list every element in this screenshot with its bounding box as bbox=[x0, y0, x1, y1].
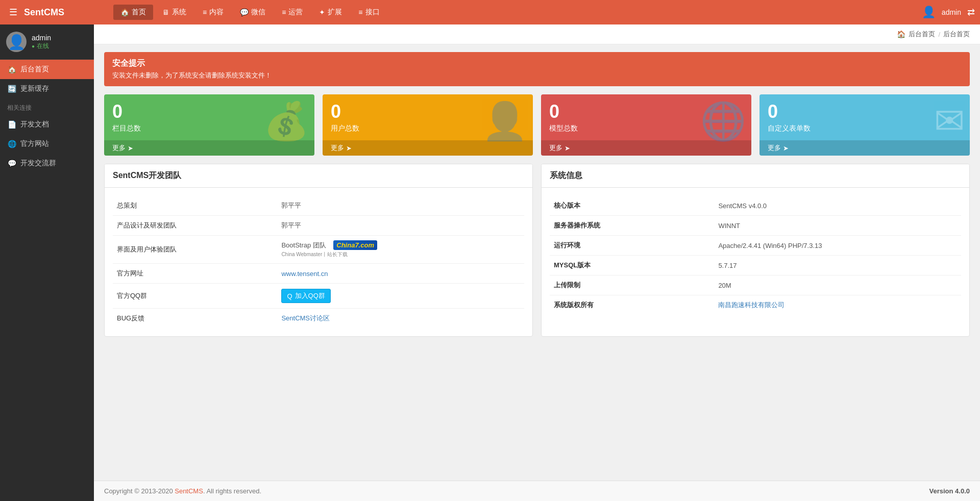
stats-grid: 0 栏目总数 💰 更多 ➤ 0 用户总数 👤 bbox=[104, 94, 970, 156]
row-value: WINNT bbox=[714, 216, 961, 236]
table-row: 系统版权所有 南昌跑速科技有限公司 bbox=[550, 295, 961, 315]
breadcrumb-home-icon: 🏠 bbox=[897, 30, 905, 38]
sidebar-status: 在线 bbox=[32, 42, 51, 51]
qq-icon: Q bbox=[287, 292, 292, 300]
row-value: 5.7.17 bbox=[714, 256, 961, 275]
row-label: 界面及用户体验团队 bbox=[113, 236, 277, 264]
row-label: MYSQL版本 bbox=[550, 256, 714, 275]
avatar: 👤 bbox=[6, 32, 27, 52]
nav-ops[interactable]: ≡ 运营 bbox=[275, 5, 310, 20]
stat-forms-label: 自定义表单数 bbox=[768, 124, 962, 133]
main-content: 安全提示 安装文件未删除，为了系统安全请删除系统安装文件！ 0 栏目总数 💰 更… bbox=[94, 44, 980, 481]
switch-icon[interactable]: ⇄ bbox=[967, 7, 975, 18]
dev-team-panel-body: 总策划 郭平平 产品设计及研发团队 郭平平 界面及用户体验团队 bbox=[105, 188, 532, 336]
system-icon: 🖥 bbox=[162, 8, 169, 16]
nav-home[interactable]: 🏠 首页 bbox=[113, 5, 153, 20]
stat-users: 0 用户总数 👤 更多 ➤ bbox=[323, 94, 533, 156]
sidebar-username: admin bbox=[32, 34, 51, 42]
dev-team-panel-header: SentCMS开发团队 bbox=[105, 164, 532, 188]
bottom-panels: SentCMS开发团队 总策划 郭平平 产品设计及研发团队 郭平平 bbox=[104, 164, 970, 337]
table-row: 官方网址 www.tensent.cn bbox=[113, 264, 524, 284]
sidebar-user-info: admin 在线 bbox=[32, 34, 51, 51]
official-website-link[interactable]: www.tensent.cn bbox=[281, 270, 328, 278]
row-value: BootStrap 团队 China7.com China Webmaster丨… bbox=[277, 236, 524, 264]
sidebar-item-devdoc[interactable]: 📄 开发文档 bbox=[0, 115, 94, 134]
stat-users-bg-icon: 👤 bbox=[482, 99, 528, 143]
row-value: 南昌跑速科技有限公司 bbox=[714, 295, 961, 315]
table-row: 总策划 郭平平 bbox=[113, 196, 524, 216]
footer-copyright: Copyright © 2013-2020 SentCMS. All right… bbox=[104, 487, 261, 495]
system-info-panel-body: 核心版本 SentCMS v4.0.0 服务器操作系统 WINNT 运行环境 A… bbox=[542, 188, 969, 323]
join-qq-button[interactable]: Q 加入QQ群 bbox=[281, 289, 330, 303]
hamburger-icon[interactable]: ☰ bbox=[5, 7, 21, 18]
breadcrumb-link-home[interactable]: 后台首页 bbox=[909, 30, 935, 39]
nav-system[interactable]: 🖥 系统 bbox=[155, 5, 193, 20]
app-logo: SentCMS bbox=[21, 7, 113, 18]
ops-icon: ≡ bbox=[282, 8, 286, 16]
breadcrumb-separator: / bbox=[938, 31, 940, 38]
row-label: 服务器操作系统 bbox=[550, 216, 714, 236]
refresh-icon: 🔄 bbox=[7, 85, 16, 93]
admin-username[interactable]: admin bbox=[942, 8, 961, 16]
top-nav: ☰ SentCMS 🏠 首页 🖥 系统 ≡ 内容 💬 微信 ≡ 运营 ✦ 扩展 … bbox=[0, 0, 980, 24]
sidebar: 👤 admin 在线 🏠 后台首页 🔄 更新缓存 相关连接 📄 开发文档 🌐 官… bbox=[0, 24, 94, 501]
top-right-area: 👤 admin ⇄ bbox=[922, 6, 975, 19]
sidebar-item-devgroup[interactable]: 💬 开发交流群 bbox=[0, 154, 94, 173]
row-value: www.tensent.cn bbox=[277, 264, 524, 284]
row-label: BUG反馈 bbox=[113, 309, 277, 329]
stat-forms-more[interactable]: 更多 ➤ bbox=[760, 140, 970, 156]
dev-team-panel: SentCMS开发团队 总策划 郭平平 产品设计及研发团队 郭平平 bbox=[104, 164, 533, 337]
devgroup-icon: 💬 bbox=[7, 159, 16, 167]
nav-interface[interactable]: ≡ 接口 bbox=[351, 5, 386, 20]
more-arrow-icon: ➤ bbox=[565, 144, 570, 152]
table-row: 核心版本 SentCMS v4.0.0 bbox=[550, 196, 961, 216]
row-value: Apache/2.4.41 (Win64) PHP/7.3.13 bbox=[714, 236, 961, 256]
table-row: 上传限制 20M bbox=[550, 275, 961, 295]
table-row: BUG反馈 SentCMS讨论区 bbox=[113, 309, 524, 329]
more-arrow-icon: ➤ bbox=[128, 144, 133, 152]
row-label: 产品设计及研发团队 bbox=[113, 216, 277, 236]
sidebar-section-title: 相关连接 bbox=[0, 98, 94, 115]
row-value: Q 加入QQ群 bbox=[277, 284, 524, 309]
content-icon: ≡ bbox=[203, 8, 207, 16]
system-info-panel-header: 系统信息 bbox=[542, 164, 969, 188]
footer-brand-link[interactable]: SentCMS bbox=[175, 487, 203, 495]
official-icon: 🌐 bbox=[7, 140, 16, 148]
row-value: SentCMS v4.0.0 bbox=[714, 196, 961, 216]
system-info-table: 核心版本 SentCMS v4.0.0 服务器操作系统 WINNT 运行环境 A… bbox=[550, 196, 961, 315]
row-value: 郭平平 bbox=[277, 196, 524, 216]
stat-forms-number: 0 bbox=[768, 103, 962, 121]
footer: Copyright © 2013-2020 SentCMS. All right… bbox=[94, 481, 980, 501]
table-row: 运行环境 Apache/2.4.41 (Win64) PHP/7.3.13 bbox=[550, 236, 961, 256]
nav-wechat[interactable]: 💬 微信 bbox=[233, 5, 273, 20]
table-row: MYSQL版本 5.7.17 bbox=[550, 256, 961, 275]
content-area: 🏠 后台首页 / 后台首页 安全提示 安装文件未删除，为了系统安全请删除系统安装… bbox=[94, 24, 980, 501]
row-value: 郭平平 bbox=[277, 216, 524, 236]
row-label: 核心版本 bbox=[550, 196, 714, 216]
wechat-icon: 💬 bbox=[240, 8, 249, 16]
row-label: 上传限制 bbox=[550, 275, 714, 295]
security-alert: 安全提示 安装文件未删除，为了系统安全请删除系统安装文件！ bbox=[104, 52, 970, 86]
sidebar-item-refresh[interactable]: 🔄 更新缓存 bbox=[0, 79, 94, 98]
nav-extend[interactable]: ✦ 扩展 bbox=[312, 5, 349, 20]
sidebar-item-home[interactable]: 🏠 后台首页 bbox=[0, 60, 94, 79]
sidebar-item-official[interactable]: 🌐 官方网站 bbox=[0, 134, 94, 154]
bug-feedback-link[interactable]: SentCMS讨论区 bbox=[281, 314, 330, 322]
interface-icon: ≡ bbox=[358, 8, 362, 16]
stat-columns: 0 栏目总数 💰 更多 ➤ bbox=[104, 94, 314, 156]
top-nav-items: 🏠 首页 🖥 系统 ≡ 内容 💬 微信 ≡ 运营 ✦ 扩展 ≡ 接口 bbox=[113, 5, 922, 20]
copyright-link[interactable]: 南昌跑速科技有限公司 bbox=[718, 301, 785, 309]
alert-title: 安全提示 bbox=[112, 58, 962, 69]
breadcrumb: 🏠 后台首页 / 后台首页 bbox=[94, 24, 980, 44]
admin-avatar-icon: 👤 bbox=[922, 6, 936, 19]
main-layout: 👤 admin 在线 🏠 后台首页 🔄 更新缓存 相关连接 📄 开发文档 🌐 官… bbox=[0, 24, 980, 501]
stat-forms: 0 自定义表单数 ✉ 更多 ➤ bbox=[760, 94, 970, 156]
row-value: SentCMS讨论区 bbox=[277, 309, 524, 329]
nav-content[interactable]: ≡ 内容 bbox=[195, 5, 231, 20]
devdoc-icon: 📄 bbox=[7, 120, 16, 129]
footer-version: Version 4.0.0 bbox=[929, 487, 970, 495]
stat-models: 0 模型总数 🌐 更多 ➤ bbox=[541, 94, 751, 156]
row-label: 总策划 bbox=[113, 196, 277, 216]
breadcrumb-link-current[interactable]: 后台首页 bbox=[943, 30, 970, 39]
table-row: 产品设计及研发团队 郭平平 bbox=[113, 216, 524, 236]
